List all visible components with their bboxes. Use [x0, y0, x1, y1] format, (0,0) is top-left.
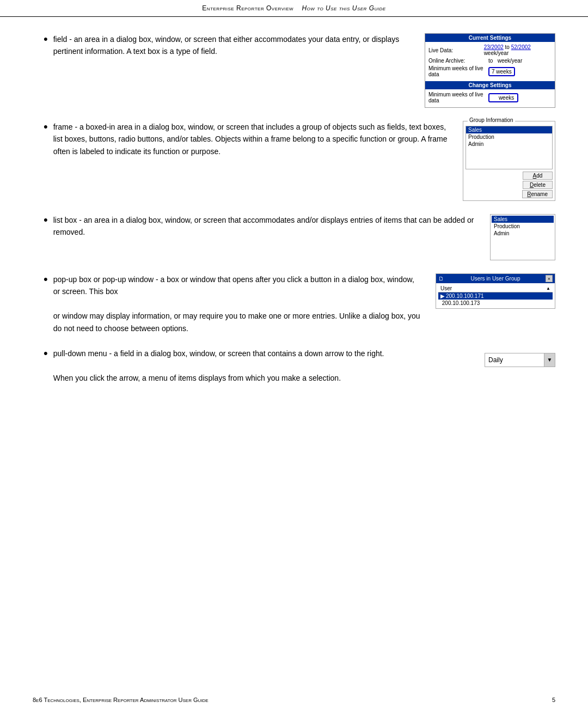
popup-titlebar: 🗋 Users in User Group × — [436, 274, 555, 283]
page-footer: 8e6 Technologies, Enterprise Reporter Ad… — [33, 697, 555, 703]
bullet-content-field: field - an area in a dialog box, window,… — [53, 33, 555, 108]
change-settings-body: Minimum weeks of live data weeks — [425, 89, 555, 107]
term-popup-window: pop-up window — [102, 275, 154, 284]
bullet-body-popup: pop-up box or pop-up window - a box or w… — [53, 273, 422, 334]
delete-button[interactable]: Delete — [523, 181, 553, 189]
group-info-illustration: Group Information Sales Production Admin… — [463, 121, 555, 201]
frame-desc: - a boxed-in area in a dialog box, windo… — [53, 123, 448, 156]
change-min-label: Minimum weeks of live data — [428, 91, 488, 103]
rename-button[interactable]: Rename — [522, 190, 553, 198]
bullet-content-frame: frame - a boxed-in area in a dialog box,… — [53, 121, 555, 201]
popup-ip-1: 200.10.100.171 — [446, 293, 484, 299]
frame-legend: Group Information — [468, 117, 515, 123]
pulldown-illustration: Daily ▼ — [485, 353, 555, 367]
popup-close-button[interactable]: × — [546, 275, 553, 282]
popup-col-header: User ▲ — [438, 285, 553, 292]
listbox-item-production[interactable]: Production — [492, 223, 554, 230]
bullet-listbox: • list box - an area in a dialog box, wi… — [44, 214, 555, 260]
popup-row-2[interactable]: 200.10.100.173 — [438, 300, 553, 307]
page-header: Enterprise Reporter Overview How to Use … — [0, 0, 588, 17]
bullet-body-pulldown: pull-down menu - a field in a dialog box… — [53, 347, 471, 384]
popup-or: or — [91, 275, 102, 284]
popup-title-icon: 🗋 — [438, 276, 444, 282]
popup-row-1[interactable]: ▶ 200.10.100.171 — [438, 292, 553, 300]
bullet-dot-pulldown: • — [44, 346, 48, 384]
page-content: • field - an area in a dialog box, windo… — [0, 17, 588, 441]
bullet-content-popup: pop-up box or pop-up window - a box or w… — [53, 273, 555, 334]
footer-page-number: 5 — [552, 697, 555, 703]
bullets-container: • field - an area in a dialog box, windo… — [44, 33, 555, 384]
term-frame: frame — [53, 123, 73, 131]
term-pulldown: pull-down menu — [53, 349, 107, 358]
listbox-illustration: Sales Production Admin — [490, 214, 555, 260]
group-item-production[interactable]: Production — [466, 133, 552, 141]
popup-col-user: User — [440, 285, 452, 291]
pulldown-arrow-button[interactable]: ▼ — [544, 353, 555, 367]
group-item-admin[interactable]: Admin — [466, 141, 552, 148]
chevron-down-icon: ▼ — [547, 357, 553, 363]
field-desc: - an area in a dialog box, window, or sc… — [53, 35, 400, 56]
change-weeks-input[interactable]: weeks — [488, 93, 518, 102]
min-weeks-row: Minimum weeks of live data 7 weeks — [428, 65, 552, 77]
live-data-val2: 52/2002 — [511, 44, 531, 50]
online-archive-label: Online Archive: — [428, 58, 488, 64]
settings-box: Current Settings Live Data: 23/2002 to 5… — [425, 33, 555, 108]
bullet-content-listbox: list box - an area in a dialog box, wind… — [53, 214, 555, 260]
bullet-field: • field - an area in a dialog box, windo… — [44, 33, 555, 108]
popup-ip-2: 200.10.100.173 — [440, 300, 480, 306]
live-data-label: Live Data: — [428, 47, 484, 53]
change-min-weeks-row: Minimum weeks of live data weeks — [428, 91, 552, 103]
group-list[interactable]: Sales Production Admin — [465, 126, 553, 169]
online-archive-value: to week/year — [488, 58, 522, 64]
listbox-item-sales[interactable]: Sales — [492, 216, 554, 223]
current-settings-header: Current Settings — [425, 34, 555, 42]
bullet-dot-frame: • — [44, 120, 48, 201]
online-archive-row: Online Archive: to week/year — [428, 58, 552, 64]
min-weeks-label: Minimum weeks of live data — [428, 65, 488, 77]
footer-left: 8e6 Technologies, Enterprise Reporter Ad… — [33, 697, 209, 703]
bullet-content-pulldown: pull-down menu - a field in a dialog box… — [53, 347, 555, 384]
term-field: field — [53, 35, 68, 44]
bullet-dot-field: • — [44, 32, 48, 108]
field-illustration: Current Settings Live Data: 23/2002 to 5… — [425, 33, 555, 108]
popup-scroll-up[interactable]: ▲ — [546, 286, 550, 291]
popup-title-text: Users in User Group — [470, 276, 520, 282]
bullet-dot-popup: • — [44, 272, 48, 334]
bullet-pulldown: • pull-down menu - a field in a dialog b… — [44, 347, 555, 384]
settings-body: Live Data: 23/2002 to 52/2002 week/year … — [425, 42, 555, 81]
pulldown-value: Daily — [485, 355, 544, 365]
add-button[interactable]: Add — [523, 172, 553, 180]
header-right: How to Use this User Guide — [302, 4, 385, 12]
popup-body: User ▲ ▶ 200.10.100.171 200.10.100.173 — [436, 283, 555, 308]
pulldown-desc-before: - a field in a dialog box, window, or sc… — [107, 349, 384, 358]
listbox-item-admin[interactable]: Admin — [492, 230, 554, 237]
term-listbox: list box — [53, 216, 77, 224]
min-weeks-value[interactable]: 7 weeks — [488, 67, 515, 76]
bullet-body-listbox: list box - an area in a dialog box, wind… — [53, 214, 477, 239]
header-left: Enterprise Reporter Overview — [202, 4, 293, 12]
live-data-val1: 23/2002 — [484, 44, 504, 50]
change-settings-header: Change Settings — [425, 81, 555, 89]
listbox-empty-space — [492, 237, 554, 259]
listbox[interactable]: Sales Production Admin — [490, 214, 555, 260]
pulldown-field[interactable]: Daily ▼ — [485, 353, 555, 367]
bullet-frame: • frame - a boxed-in area in a dialog bo… — [44, 121, 555, 201]
popup-illustration: 🗋 Users in User Group × User ▲ ▶ 200 — [436, 273, 555, 309]
bullet-body-frame: frame - a boxed-in area in a dialog box,… — [53, 121, 450, 157]
group-item-sales[interactable]: Sales — [466, 126, 552, 133]
popup-window: 🗋 Users in User Group × User ▲ ▶ 200 — [436, 273, 555, 309]
term-popup-box: pop-up box — [53, 275, 91, 284]
pulldown-desc-after: When you click the arrow, a menu of item… — [53, 374, 341, 382]
live-data-row: Live Data: 23/2002 to 52/2002 week/year — [428, 44, 552, 56]
live-data-value: 23/2002 to 52/2002 week/year — [484, 44, 552, 56]
group-frame: Group Information Sales Production Admin… — [463, 121, 555, 201]
group-buttons: Add Delete Rename — [465, 172, 553, 198]
bullet-dot-listbox: • — [44, 213, 48, 260]
bullet-popup: • pop-up box or pop-up window - a box or… — [44, 273, 555, 334]
bullet-body-field: field - an area in a dialog box, window,… — [53, 33, 412, 58]
row-arrow: ▶ — [440, 293, 445, 299]
popup-desc-after: or window may display information, or ma… — [53, 312, 420, 332]
listbox-desc: - an area in a dialog box, window, or sc… — [53, 216, 474, 236]
